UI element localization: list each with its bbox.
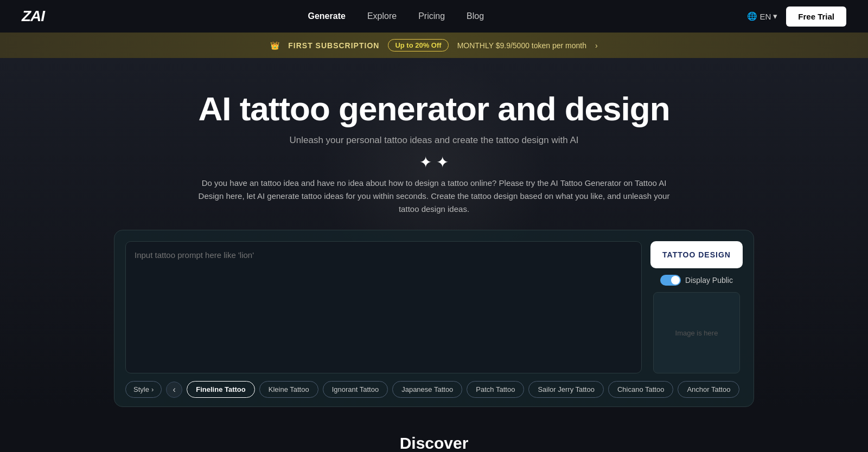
chevron-down-icon: ▾ — [773, 11, 777, 21]
banner-icon: 👑 — [270, 41, 279, 50]
promo-banner[interactable]: 👑 FIRST SUBSCRIPTION Up to 20% Off MONTH… — [0, 33, 868, 58]
discover-title: Discover — [22, 434, 846, 452]
generator-right: TATTOO DESIGN Display Public Image is he… — [650, 241, 743, 373]
generator-box: TATTOO DESIGN Display Public Image is he… — [114, 230, 754, 407]
nav-links: Generate Explore Pricing Blog — [308, 11, 484, 21]
prompt-textarea[interactable] — [125, 241, 642, 373]
image-placeholder-text: Image is here — [675, 329, 718, 337]
sparkle-icon: ✦ ✦ — [419, 153, 449, 171]
nav-right: 🌐 EN ▾ Free Trial — [747, 7, 846, 27]
style-text: Style — [133, 385, 149, 393]
nav-pricing[interactable]: Pricing — [418, 11, 445, 21]
style-label-button[interactable]: Style › — [125, 381, 162, 398]
style-pill-patch[interactable]: Patch Tattoo — [467, 381, 524, 398]
toggle-knob — [671, 276, 680, 285]
style-row: Style › ‹ Fineline Tattoo Kleine Tattoo … — [125, 381, 743, 398]
navbar: ZAI Generate Explore Pricing Blog 🌐 EN ▾… — [0, 0, 868, 33]
generator-inner: TATTOO DESIGN Display Public Image is he… — [125, 241, 743, 373]
banner-arrow: › — [595, 41, 598, 50]
language-selector[interactable]: 🌐 EN ▾ — [747, 11, 777, 21]
hero-section: AI tattoo generator and design Unleash y… — [0, 58, 868, 407]
display-public-label: Display Public — [685, 276, 733, 285]
chevron-right-icon: › — [151, 385, 154, 393]
style-pill-japanese[interactable]: Japanese Tattoo — [392, 381, 462, 398]
hero-description: Do you have an tattoo idea and have no i… — [190, 177, 678, 216]
display-public-toggle[interactable]: Display Public — [660, 275, 733, 286]
image-preview: Image is here — [653, 292, 740, 373]
banner-discount: Up to 20% Off — [388, 39, 448, 51]
style-pill-anchor[interactable]: Anchor Tattoo — [678, 381, 739, 398]
style-pill-kleine[interactable]: Kleine Tattoo — [259, 381, 318, 398]
banner-monthly: MONTHLY $9.9/5000 token per month — [457, 41, 586, 50]
discover-section: Discover 🐉 🐯 🦈 — [0, 407, 868, 452]
free-trial-button[interactable]: Free Trial — [786, 7, 846, 27]
style-pill-sailor-jerry[interactable]: Sailor Jerry Tattoo — [528, 381, 604, 398]
nav-generate[interactable]: Generate — [308, 11, 346, 21]
lang-label: EN — [760, 12, 771, 21]
nav-explore[interactable]: Explore — [367, 11, 397, 21]
style-pill-ignorant[interactable]: Ignorant Tattoo — [323, 381, 388, 398]
style-pill-fineline[interactable]: Fineline Tattoo — [187, 381, 254, 398]
logo: ZAI — [22, 8, 44, 25]
tattoo-design-button[interactable]: TATTOO DESIGN — [650, 241, 743, 268]
globe-icon: 🌐 — [747, 11, 757, 21]
toggle-switch[interactable] — [660, 275, 681, 286]
style-prev-button[interactable]: ‹ — [166, 382, 182, 398]
hero-title: AI tattoo generator and design — [198, 91, 669, 127]
style-pill-chicano[interactable]: Chicano Tattoo — [608, 381, 674, 398]
banner-first-subscription: FIRST SUBSCRIPTION — [288, 41, 379, 50]
hero-subtitle: Unleash your personal tattoo ideas and c… — [289, 135, 578, 146]
nav-blog[interactable]: Blog — [467, 11, 484, 21]
